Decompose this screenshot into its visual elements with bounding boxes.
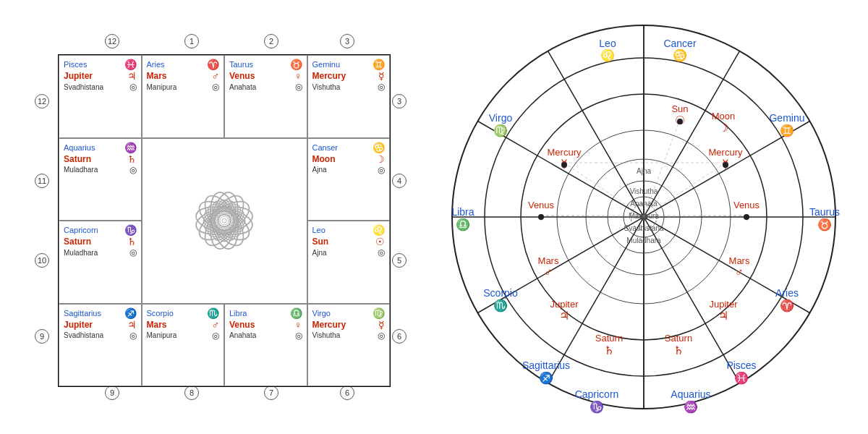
cell-leo: Leo ♌ Sun ☉ Ajna ◎: [307, 221, 391, 304]
planet-mars-right: Mars: [729, 255, 750, 266]
svg-text:♒: ♒: [684, 400, 698, 414]
cell-center-mandala: [142, 138, 307, 304]
cell-cancer: Canser ♋ Moon ☽ Ajna ◎: [307, 138, 391, 221]
num-8-bottom: 8: [184, 386, 199, 400]
svg-text:♐: ♐: [539, 371, 553, 385]
cell-libra: Libra ♎ Venus ♀ Anahata ◎: [224, 304, 307, 387]
cell-pisces: Pisces ♓ Jupiter ♃ Svadhistana ◎: [59, 55, 142, 138]
chakra-anahata: Anahata: [630, 200, 658, 208]
cell-aries: Aries ♈ Mars ♂ Manipura ◎: [142, 55, 225, 138]
sign-cancer: Cancer: [663, 38, 696, 49]
num-6-bottom: 6: [340, 386, 354, 400]
svg-point-78: [677, 119, 683, 124]
num-1-top: 1: [184, 34, 199, 48]
svg-text:♄: ♄: [604, 344, 614, 357]
sign-leo: Leo: [599, 38, 616, 49]
num-10-left: 10: [35, 253, 49, 268]
svg-text:♂: ♂: [735, 266, 744, 278]
num-9-left: 9: [35, 329, 49, 344]
num-4-right: 4: [392, 174, 407, 188]
num-9-bottom: 9: [105, 386, 119, 400]
zodiac-wheel-container: Leo ♌ Cancer ♋ Virgo ♍ Geminu ♊ Libra ♎ …: [441, 14, 846, 420]
sign-capricorn-wheel: Capricorn: [575, 388, 619, 400]
sign-virgo-wheel: Virgo: [489, 112, 513, 124]
num-6-right: 6: [392, 329, 407, 344]
num-5-right: 5: [392, 253, 407, 268]
sign-aries-wheel: Aries: [775, 287, 799, 299]
svg-text:♋: ♋: [673, 48, 687, 62]
sign-scorpio-wheel: Scorpio: [483, 287, 518, 299]
svg-text:♃: ♃: [559, 310, 569, 322]
svg-text:♉: ♉: [817, 218, 832, 231]
cell-capricorn: Capricorn ♑ Saturn ♄ Muladhara ◎: [59, 221, 142, 304]
zodiac-wheel-svg: Leo ♌ Cancer ♋ Virgo ♍ Geminu ♊ Libra ♎ …: [441, 14, 846, 420]
num-2-top: 2: [264, 34, 278, 48]
planet-venus-left: Venus: [528, 200, 555, 210]
svg-text:☽: ☽: [718, 122, 728, 134]
svg-text:♑: ♑: [590, 400, 604, 414]
planet-sun: Sun: [671, 103, 688, 114]
svg-text:♂: ♂: [544, 266, 553, 278]
cell-taurus: Taurus ♉ Venus ♀ Anahata ◎: [224, 55, 307, 138]
cell-scorpio: Scorpio ♏ Mars ♂ Manipura ◎: [142, 304, 225, 387]
svg-text:♏: ♏: [493, 299, 508, 312]
num-3-right: 3: [392, 94, 407, 109]
grid-container: 12 1 2 3 9 8 7 6 12 11 10 9 3 4 5 6 Pisc…: [29, 25, 412, 409]
planet-jupiter-left: Jupiter: [550, 299, 579, 310]
svg-text:♃: ♃: [718, 310, 728, 322]
svg-text:♈: ♈: [780, 299, 794, 312]
label-ajna: Ajna: [637, 167, 651, 175]
planet-saturn-right: Saturn: [665, 333, 692, 344]
num-12-top: 12: [105, 34, 119, 48]
svg-text:♄: ♄: [673, 344, 684, 357]
planet-mercury-left: Mercury: [548, 147, 582, 158]
svg-point-75: [723, 162, 728, 168]
svg-point-76: [538, 214, 544, 220]
planet-moon: Moon: [712, 111, 736, 122]
num-12-left: 12: [35, 94, 49, 109]
chakra-svadhistana: Svadhistana: [624, 224, 663, 232]
planet-saturn-left: Saturn: [595, 333, 623, 344]
planet-venus-right: Venus: [733, 200, 760, 210]
chakra-vishutha: Vishutha: [630, 187, 658, 195]
sign-sagittarius-wheel: Sagittarius: [522, 359, 570, 371]
svg-text:♎: ♎: [456, 218, 470, 231]
svg-point-74: [561, 162, 567, 168]
mandala-svg: [174, 170, 275, 271]
svg-text:♓: ♓: [734, 371, 749, 385]
planet-mars-left: Mars: [538, 255, 559, 266]
sign-aquarius-wheel: Aquarius: [671, 388, 710, 400]
astro-grid: Pisces ♓ Jupiter ♃ Svadhistana ◎ Aries ♈…: [58, 54, 391, 387]
cell-aquarius: Aquarius ♒ Saturn ♄ Muladhara ◎: [59, 138, 142, 221]
num-7-bottom: 7: [264, 386, 278, 400]
cell-virgo: Virgo ♍ Mercury ☿ Vishutha ◎: [307, 304, 391, 387]
planet-mercury-right: Mercury: [709, 147, 743, 158]
svg-text:♊: ♊: [780, 124, 794, 137]
cell-sagittarius: Sagittarius ♐ Jupiter ♃ Svadhistana ◎: [59, 304, 142, 387]
sign-taurus-wheel: Taurus: [809, 206, 840, 218]
chakra-muladhara: Muladhara: [626, 237, 661, 244]
num-3-top: 3: [340, 34, 354, 48]
svg-point-77: [744, 214, 749, 220]
planet-jupiter-right: Jupiter: [709, 299, 738, 310]
svg-point-24: [220, 216, 229, 225]
sign-gemini-wheel: Geminu: [769, 112, 804, 124]
sign-pisces-wheel: Pisces: [726, 359, 756, 371]
num-11-left: 11: [35, 174, 49, 188]
svg-text:♌: ♌: [600, 48, 615, 62]
sign-libra-wheel: Libra: [451, 206, 474, 218]
cell-gemini-top: Geminu ♊ Mercury ☿ Vishutha ◎: [307, 55, 391, 138]
svg-text:♍: ♍: [493, 124, 508, 137]
